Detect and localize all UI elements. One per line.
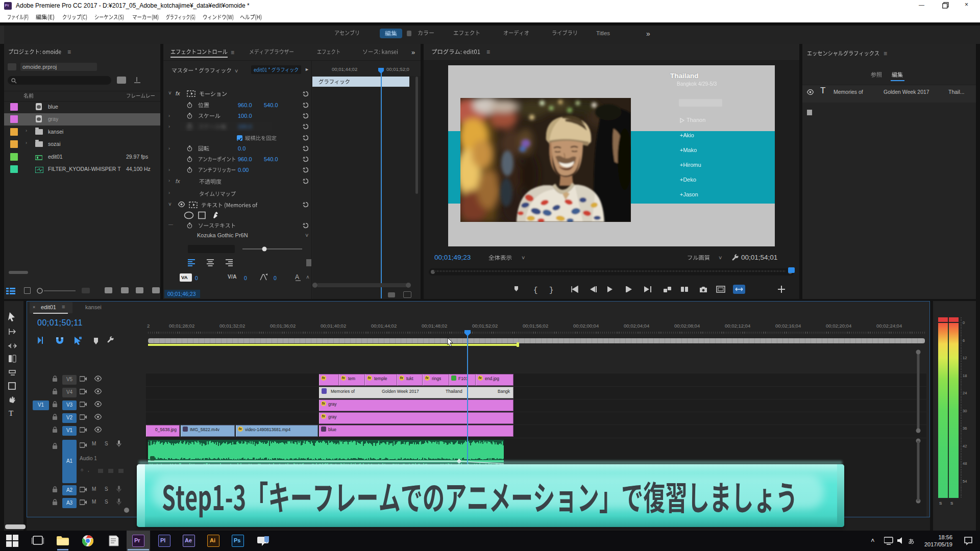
svg-text:A: A (295, 273, 299, 281)
svg-text:{: { (533, 286, 537, 294)
svg-text:T: T (9, 409, 13, 417)
svg-text:}: } (549, 286, 553, 294)
